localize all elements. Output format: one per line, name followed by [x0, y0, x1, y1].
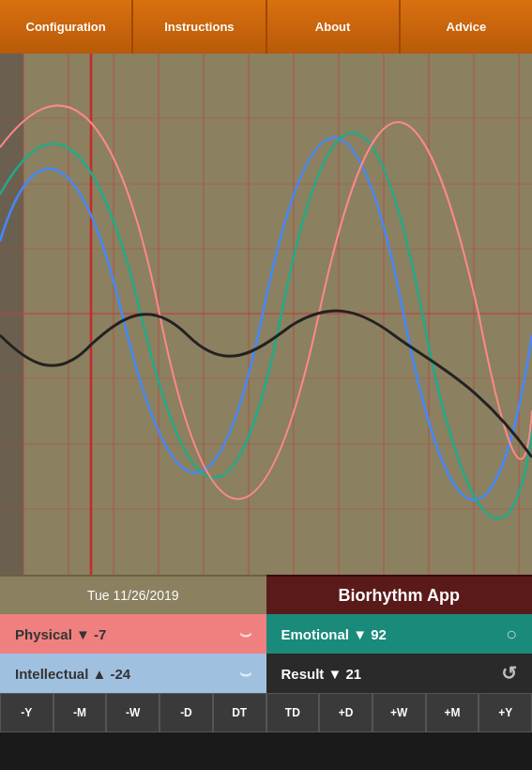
intellectual-label: Intellectual ▲ -24: [15, 666, 130, 682]
minus-day-button[interactable]: -D: [160, 693, 213, 732]
intellectual-icon: ⌣: [239, 663, 251, 685]
result-metric[interactable]: Result ▼ 21 ↺: [266, 654, 533, 693]
nav-instructions[interactable]: Instructions: [133, 0, 266, 54]
app-title: Biorhythm App: [266, 575, 533, 614]
td-button[interactable]: TD: [266, 693, 320, 732]
result-icon: ↺: [501, 662, 517, 685]
top-navigation: Configuration Instructions About Advice: [0, 0, 532, 54]
plus-year-button[interactable]: +Y: [479, 693, 532, 732]
result-label: Result ▼ 21: [281, 666, 362, 682]
metrics-row-1: Physical ▼ -7 ⌣ Emotional ▼ 92 ○: [0, 614, 532, 654]
physical-icon: ⌣: [239, 624, 251, 645]
nav-advice[interactable]: Advice: [401, 0, 532, 54]
intellectual-metric[interactable]: Intellectual ▲ -24 ⌣: [0, 654, 266, 693]
physical-metric[interactable]: Physical ▼ -7 ⌣: [0, 614, 266, 654]
date-display: Tue 11/26/2019: [0, 575, 266, 614]
emotional-icon: ○: [506, 624, 517, 645]
minus-year-button[interactable]: -Y: [0, 693, 53, 732]
metrics-row-2: Intellectual ▲ -24 ⌣ Result ▼ 21 ↺: [0, 654, 532, 693]
plus-day-button[interactable]: +D: [319, 693, 372, 732]
plus-week-button[interactable]: +W: [372, 693, 426, 732]
biorhythm-chart: [0, 54, 532, 575]
physical-label: Physical ▼ -7: [15, 626, 106, 642]
nav-configuration[interactable]: Configuration: [0, 0, 133, 54]
minus-week-button[interactable]: -W: [106, 693, 160, 732]
minus-month-button[interactable]: -M: [53, 693, 107, 732]
nav-about[interactable]: About: [267, 0, 401, 54]
emotional-metric[interactable]: Emotional ▼ 92 ○: [266, 614, 533, 654]
dt-button[interactable]: DT: [213, 693, 266, 732]
date-title-row: Tue 11/26/2019 Biorhythm App: [0, 575, 532, 614]
plus-month-button[interactable]: +M: [426, 693, 479, 732]
emotional-label: Emotional ▼ 92: [281, 626, 387, 642]
time-controls: -Y -M -W -D DT TD +D +W +M +Y: [0, 693, 532, 732]
bottom-panel: Tue 11/26/2019 Biorhythm App Physical ▼ …: [0, 575, 532, 770]
